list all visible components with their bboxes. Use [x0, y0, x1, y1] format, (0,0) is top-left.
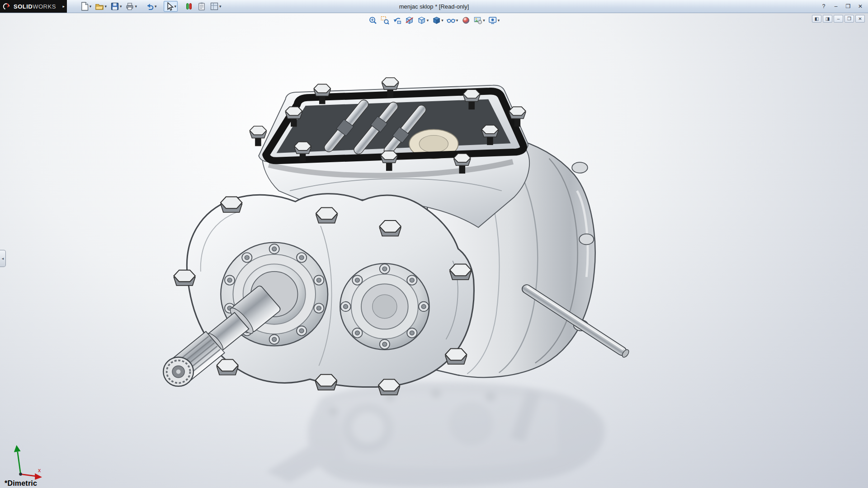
view-orientation-button[interactable]: ▾ [416, 15, 430, 26]
panel-expand-tab[interactable]: ◂ [0, 250, 6, 267]
appearance-sphere-icon [461, 16, 470, 25]
close-button[interactable]: ✕ [855, 2, 866, 11]
graphics-area[interactable]: ▾ ▾ ▾ [0, 13, 868, 488]
new-document-icon [80, 2, 89, 11]
edit-appearance-button[interactable] [460, 15, 472, 26]
zoom-to-fit-button[interactable] [367, 15, 379, 26]
view-settings-button[interactable]: ▾ [487, 15, 501, 26]
solidworks-wordmark: SOLIDWORKS [14, 3, 56, 10]
clipboard-icon [197, 2, 206, 11]
undo-button[interactable]: ▾ [144, 1, 158, 12]
options-button[interactable]: ▾ [208, 1, 223, 12]
open-folder-icon [95, 2, 104, 11]
standard-toolbar: ▾ ▾ ▾ [67, 1, 227, 12]
display-style-cube-icon [432, 16, 441, 25]
titlebar: SOLIDWORKS ▸ ▾ ▾ [0, 0, 868, 13]
output-bearing-boss[interactable] [340, 263, 429, 350]
zoom-to-area-icon [381, 16, 390, 25]
model-reflection [266, 382, 604, 487]
print-icon [125, 2, 134, 11]
save-icon [110, 2, 119, 11]
menu-flyout-arrow[interactable]: ▸ [61, 0, 67, 13]
save-button[interactable]: ▾ [109, 1, 123, 12]
zoom-to-area-button[interactable] [379, 15, 391, 26]
minimize-button[interactable]: – [830, 2, 841, 11]
hide-show-items-button[interactable]: ▾ [445, 15, 460, 26]
open-button[interactable]: ▾ [94, 1, 108, 12]
options-grid-icon [210, 2, 219, 11]
triad-origin [19, 473, 22, 476]
pane-left-button[interactable]: ◧ [812, 15, 821, 23]
doc-restore-button[interactable]: ❐ [844, 15, 854, 23]
document-window-controls: ◧ ◨ – ❐ ✕ [812, 15, 865, 23]
edit-color-button[interactable] [183, 1, 195, 12]
view-orientation-label: *Dimetric [5, 479, 37, 488]
section-view-button[interactable] [404, 15, 415, 26]
solidworks-window: SOLIDWORKS ▸ ▾ ▾ [0, 0, 868, 488]
clipboard-button[interactable] [196, 1, 208, 12]
reference-triad: x [7, 437, 45, 481]
document-title: menjac sklop * [Read-only] [399, 0, 469, 13]
select-button[interactable]: ▾ [164, 1, 178, 12]
view-settings-icon [488, 16, 497, 25]
doc-close-button[interactable]: ✕ [855, 15, 865, 23]
undo-icon [145, 2, 154, 11]
heads-up-view-toolbar: ▾ ▾ ▾ [367, 15, 501, 26]
section-view-icon [405, 16, 414, 25]
previous-view-icon [393, 16, 402, 25]
y-axis-arrow [14, 445, 21, 452]
gearbox-model[interactable] [0, 13, 868, 488]
edit-color-icon [184, 2, 193, 11]
help-button[interactable]: ? [818, 2, 829, 11]
view-orientation-cube-icon [417, 16, 426, 25]
display-style-button[interactable]: ▾ [430, 15, 445, 26]
apply-scene-button[interactable]: ▾ [472, 15, 486, 26]
new-document-button[interactable]: ▾ [79, 1, 93, 12]
print-button[interactable]: ▾ [124, 1, 138, 12]
previous-view-button[interactable] [392, 15, 403, 26]
apply-scene-icon [473, 16, 482, 25]
input-shaft-end-face[interactable] [163, 357, 193, 386]
zoom-to-fit-icon [368, 16, 377, 25]
doc-minimize-button[interactable]: – [834, 15, 843, 23]
dassault-logo-icon [3, 3, 10, 10]
maximize-button[interactable]: ❐ [843, 2, 854, 11]
x-axis-label: x [38, 467, 41, 474]
pane-right-button[interactable]: ◨ [823, 15, 832, 23]
window-controls: ? – ❐ ✕ [818, 2, 868, 11]
eyeglasses-icon [447, 16, 456, 25]
x-axis-arrow [35, 474, 42, 480]
solidworks-logo: SOLIDWORKS [0, 0, 61, 13]
select-cursor-icon [165, 2, 174, 11]
